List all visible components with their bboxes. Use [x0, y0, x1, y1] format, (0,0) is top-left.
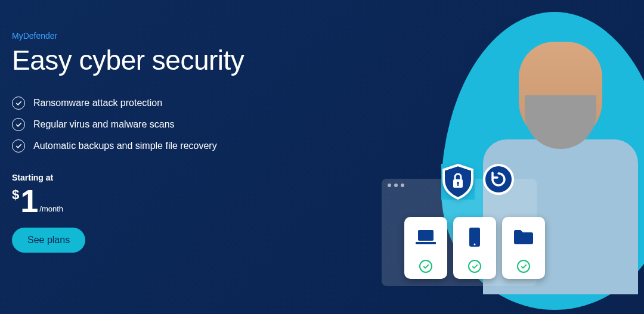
hero-section: MyDefender Easy cyber security Ransomwar…	[0, 0, 644, 314]
price-period: /month	[39, 204, 63, 213]
device-card-phone	[453, 217, 496, 279]
price: $ 1 /month	[12, 185, 334, 217]
security-badges	[441, 164, 514, 200]
feature-list: Ransomware attack protection Regular vir…	[12, 97, 334, 153]
price-amount: 1	[20, 185, 38, 217]
check-icon	[12, 118, 25, 131]
feature-text: Automatic backups and simple file recove…	[33, 141, 217, 151]
feature-item: Automatic backups and simple file recove…	[12, 139, 334, 153]
folder-icon	[512, 225, 535, 249]
feature-item: Regular virus and malware scans	[12, 118, 334, 131]
feature-text: Regular virus and malware scans	[33, 119, 175, 130]
svg-rect-0	[418, 230, 434, 241]
svg-point-3	[474, 244, 476, 245]
see-plans-button[interactable]: See plans	[12, 228, 85, 253]
feature-item: Ransomware attack protection	[12, 97, 334, 110]
hero-content: MyDefender Easy cyber security Ransomwar…	[0, 0, 334, 314]
check-ok-icon	[517, 260, 530, 273]
check-icon	[12, 97, 25, 110]
check-ok-icon	[468, 260, 481, 273]
restore-icon	[483, 164, 514, 195]
device-card-folder	[502, 217, 545, 279]
product-eyebrow: MyDefender	[12, 31, 334, 41]
hero-headline: Easy cyber security	[12, 44, 334, 76]
pricing-label: Starting at	[12, 173, 334, 182]
svg-rect-1	[416, 242, 436, 244]
laptop-icon	[414, 225, 438, 249]
check-icon	[12, 139, 25, 153]
feature-text: Ransomware attack protection	[33, 98, 162, 108]
shield-lock-icon	[441, 164, 475, 200]
device-card-laptop	[404, 217, 447, 279]
check-ok-icon	[419, 260, 432, 273]
phone-icon	[463, 225, 487, 249]
currency-symbol: $	[12, 187, 19, 203]
svg-rect-6	[457, 183, 459, 186]
